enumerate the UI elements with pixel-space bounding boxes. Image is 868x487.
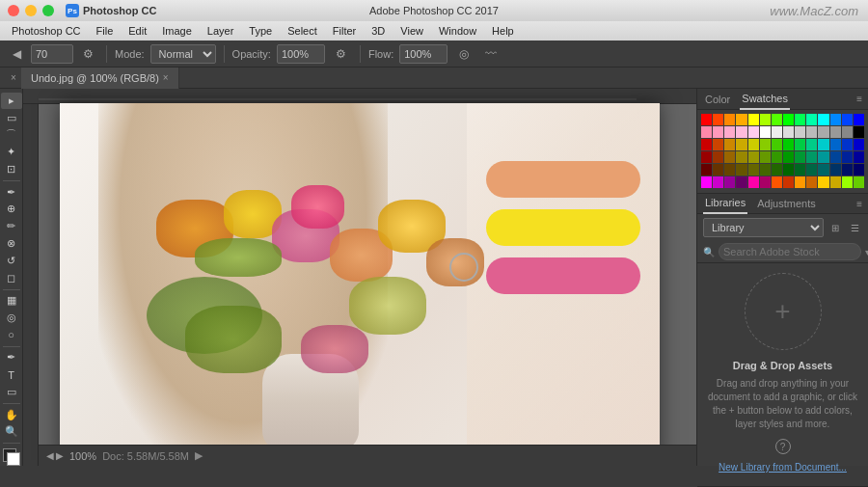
selection-tool[interactable]: ▭: [1, 110, 22, 126]
swatch-cell-2-2[interactable]: [724, 139, 735, 150]
swatch-cell-2-5[interactable]: [760, 139, 771, 150]
tab-adjustments[interactable]: Adjustments: [755, 193, 818, 214]
tab-color[interactable]: Color: [703, 89, 732, 110]
swatch-cell-1-12[interactable]: [842, 126, 853, 138]
swatch-cell-4-10[interactable]: [818, 164, 828, 176]
swatch-cell-1-0[interactable]: [701, 126, 712, 138]
opacity-input[interactable]: 100%: [277, 44, 325, 64]
swatch-cell-2-0[interactable]: [701, 139, 712, 150]
tab-close-icon[interactable]: ×: [6, 70, 21, 86]
swatch-cell-1-7[interactable]: [783, 126, 794, 138]
brush-size-input[interactable]: 70: [31, 44, 73, 64]
document-tab[interactable]: Undo.jpg @ 100% (RGB/8) ×: [21, 68, 179, 89]
swatch-cell-4-7[interactable]: [783, 164, 794, 176]
swatch-cell-3-5[interactable]: [760, 151, 771, 163]
swatch-cell-4-11[interactable]: [830, 164, 841, 176]
zoom-left-arrow[interactable]: ◀: [46, 450, 54, 461]
menu-item-window[interactable]: Window: [431, 21, 484, 41]
swatch-cell-0-10[interactable]: [818, 114, 828, 125]
flow-input[interactable]: 100%: [399, 44, 448, 64]
shape-tool[interactable]: ▭: [1, 384, 22, 400]
swatch-cell-5-2[interactable]: [724, 176, 735, 188]
swatch-cell-5-13[interactable]: [854, 176, 864, 188]
pen-tool[interactable]: ✒: [1, 349, 22, 365]
swatch-cell-1-4[interactable]: [748, 126, 759, 138]
tab-swatches[interactable]: Swatches: [740, 89, 790, 110]
swatch-cell-0-3[interactable]: [736, 114, 746, 125]
menu-item-type[interactable]: Type: [241, 21, 280, 41]
swatch-cell-0-12[interactable]: [842, 114, 853, 125]
library-dropdown[interactable]: Library My Library: [703, 218, 824, 237]
swatch-cell-3-11[interactable]: [830, 151, 841, 163]
swatch-cell-5-0[interactable]: [701, 176, 712, 188]
heal-tool[interactable]: ⊕: [1, 202, 22, 218]
mode-select[interactable]: Normal Multiply Screen Overlay: [150, 44, 216, 64]
swatch-cell-0-8[interactable]: [795, 114, 805, 125]
swatch-cell-4-0[interactable]: [701, 164, 712, 176]
swatch-cell-4-9[interactable]: [806, 164, 817, 176]
brush-settings-button[interactable]: ⚙: [77, 43, 98, 65]
swatch-cell-0-6[interactable]: [772, 114, 782, 125]
swatch-cell-0-0[interactable]: [701, 114, 712, 125]
move-tool[interactable]: ▸: [1, 93, 22, 109]
swatch-cell-5-11[interactable]: [830, 176, 841, 188]
swatch-cell-2-1[interactable]: [713, 139, 723, 150]
zoom-tool[interactable]: 🔍: [1, 423, 22, 440]
swatch-cell-4-2[interactable]: [724, 164, 735, 176]
swatch-cell-0-13[interactable]: [854, 114, 864, 125]
panel-menu-icon[interactable]: ≡: [856, 94, 862, 104]
canvas-image[interactable]: [60, 103, 660, 460]
lasso-tool[interactable]: ⌒: [1, 127, 22, 144]
menu-item-filter[interactable]: Filter: [325, 21, 364, 41]
swatch-cell-1-6[interactable]: [772, 126, 782, 138]
swatch-cell-4-5[interactable]: [760, 164, 771, 176]
swatch-cell-0-1[interactable]: [713, 114, 723, 125]
brush-back-button[interactable]: ◀: [6, 43, 27, 65]
swatch-cell-3-13[interactable]: [854, 151, 864, 163]
swatch-cell-1-9[interactable]: [806, 126, 817, 138]
swatch-cell-4-6[interactable]: [772, 164, 782, 176]
tab-libraries[interactable]: Libraries: [703, 193, 747, 214]
history-tool[interactable]: ↺: [1, 253, 22, 269]
airbrush-btn[interactable]: ◎: [453, 43, 475, 65]
swatch-cell-2-10[interactable]: [818, 139, 828, 150]
swatch-cell-5-1[interactable]: [713, 176, 723, 188]
swatch-cell-3-1[interactable]: [713, 151, 723, 163]
swatch-cell-2-11[interactable]: [830, 139, 841, 150]
menu-item-3d[interactable]: 3D: [364, 21, 393, 41]
hand-tool[interactable]: ✋: [1, 407, 22, 423]
swatch-cell-2-8[interactable]: [795, 139, 805, 150]
swatch-cell-0-4[interactable]: [748, 114, 759, 125]
swatch-cell-5-12[interactable]: [842, 176, 853, 188]
swatch-cell-5-9[interactable]: [806, 176, 817, 188]
lib-panel-menu-icon[interactable]: ≡: [856, 199, 862, 209]
library-search-input[interactable]: [719, 243, 861, 260]
menu-item-layer[interactable]: Layer: [200, 21, 242, 41]
swatch-cell-1-8[interactable]: [795, 126, 805, 138]
swatch-cell-3-0[interactable]: [701, 151, 712, 163]
swatch-cell-0-11[interactable]: [830, 114, 841, 125]
swatch-cell-2-4[interactable]: [748, 139, 759, 150]
menu-item-image[interactable]: Image: [154, 21, 200, 41]
close-button[interactable]: [8, 5, 19, 16]
swatch-cell-0-7[interactable]: [783, 114, 794, 125]
swatch-cell-4-12[interactable]: [842, 164, 853, 176]
minimize-button[interactable]: [25, 5, 37, 16]
swatch-cell-1-11[interactable]: [830, 126, 841, 138]
swatch-cell-4-8[interactable]: [795, 164, 805, 176]
swatch-cell-4-13[interactable]: [854, 164, 864, 176]
text-tool[interactable]: T: [1, 366, 22, 383]
swatch-cell-3-3[interactable]: [736, 151, 746, 163]
swatch-cell-5-4[interactable]: [748, 176, 759, 188]
zoom-right-arrow[interactable]: ▶: [56, 450, 64, 461]
swatch-cell-0-5[interactable]: [760, 114, 771, 125]
maximize-button[interactable]: [42, 5, 54, 16]
menu-item-view[interactable]: View: [393, 21, 431, 41]
swatch-cell-0-9[interactable]: [806, 114, 817, 125]
swatch-cell-1-5[interactable]: [760, 126, 771, 138]
smoothing-btn[interactable]: 〰: [480, 43, 502, 65]
foreground-color-swatch[interactable]: [3, 448, 20, 466]
swatch-cell-2-6[interactable]: [772, 139, 782, 150]
opacity-settings-btn[interactable]: ⚙: [331, 43, 352, 65]
canvas-container[interactable]: [60, 103, 660, 460]
